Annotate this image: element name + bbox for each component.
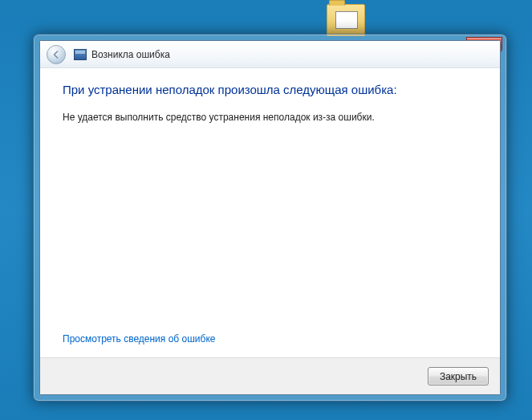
desktop-folder-icon[interactable] xyxy=(327,4,365,36)
arrow-left-icon xyxy=(51,50,61,59)
window-footer: Закрыть xyxy=(40,357,500,394)
content-area: При устранении неполадок произошла следу… xyxy=(40,68,500,357)
error-heading: При устранении неполадок произошла следу… xyxy=(63,83,477,96)
error-body-text: Не удается выполнить средство устранения… xyxy=(63,111,477,124)
troubleshooter-window: Возникла ошибка При устранении неполадок… xyxy=(33,34,507,402)
window-title: Возникла ошибка xyxy=(91,49,170,60)
close-button[interactable]: Закрыть xyxy=(428,367,489,385)
error-details-link[interactable]: Просмотреть сведения об ошибке xyxy=(63,333,477,345)
content-spacer xyxy=(63,124,477,333)
window-header: Возникла ошибка xyxy=(40,41,500,68)
folder-content-icon xyxy=(335,11,358,29)
back-button[interactable] xyxy=(47,45,66,64)
troubleshooter-icon xyxy=(74,49,87,60)
window-inner-frame: Возникла ошибка При устранении неполадок… xyxy=(39,40,501,395)
